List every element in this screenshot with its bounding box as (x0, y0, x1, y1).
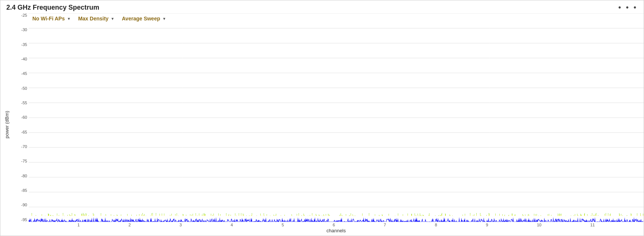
y-tick: -70 (21, 145, 27, 149)
x-tick: 2 (129, 223, 131, 227)
y-tick: -60 (21, 115, 27, 119)
y-tick: -95 (21, 218, 27, 222)
y-tick: -80 (21, 174, 27, 178)
x-tick: 5 (281, 223, 284, 227)
x-tick: 9 (486, 223, 488, 227)
y-tick: -90 (21, 203, 27, 207)
x-axis-area: 1234567891011 (15, 222, 644, 227)
average-sweep-dropdown-label: Average Sweep (122, 16, 160, 22)
chart-title: 2.4 GHz Frequency Spectrum (6, 4, 99, 12)
x-tick: 8 (435, 223, 437, 227)
y-tick: -25 (21, 13, 27, 17)
more-options-button[interactable]: • • • (618, 3, 638, 12)
x-tick: 1 (77, 223, 80, 227)
x-ticks: 1234567891011 (29, 222, 644, 227)
chart-container: 2.4 GHz Frequency Spectrum • • • power (… (0, 0, 644, 236)
spectrum-canvas (29, 13, 644, 222)
x-tick: 6 (333, 223, 335, 227)
y-tick: -30 (21, 28, 27, 32)
no-wifi-aps-dropdown-label: No Wi-Fi APs (32, 16, 65, 22)
no-wifi-aps-dropdown[interactable]: No Wi-Fi APs▼ (32, 16, 71, 22)
max-density-dropdown-label: Max Density (78, 16, 109, 22)
x-tick: 4 (231, 223, 233, 227)
y-tick: -55 (21, 101, 27, 105)
y-ticks: -25-30-35-40-45-50-55-60-65-70-75-80-85-… (15, 13, 29, 222)
max-density-dropdown-arrow-icon: ▼ (111, 17, 115, 21)
no-wifi-aps-dropdown-arrow-icon: ▼ (67, 17, 71, 21)
y-tick: -40 (21, 57, 27, 61)
y-tick: -50 (21, 86, 27, 91)
chart-area: power (dBm) -25-30-35-40-45-50-55-60-65-… (0, 13, 644, 236)
y-axis-label: power (dBm) (0, 13, 15, 236)
plot-area: No Wi-Fi APs▼Max Density▼Average Sweep▼ (29, 13, 644, 222)
y-tick: -75 (21, 159, 27, 163)
dropdown-row: No Wi-Fi APs▼Max Density▼Average Sweep▼ (32, 16, 166, 22)
x-axis-label: channels (15, 227, 644, 236)
x-tick: 3 (180, 223, 182, 227)
y-tick: -35 (21, 43, 27, 47)
y-tick: -85 (21, 189, 27, 193)
x-tick: 7 (384, 223, 386, 227)
plot-region: -25-30-35-40-45-50-55-60-65-70-75-80-85-… (15, 13, 644, 222)
chart-inner: -25-30-35-40-45-50-55-60-65-70-75-80-85-… (15, 13, 644, 236)
x-tick: 11 (590, 223, 595, 227)
y-tick: -45 (21, 72, 27, 76)
x-tick: 10 (537, 223, 541, 227)
average-sweep-dropdown-arrow-icon: ▼ (162, 17, 166, 21)
average-sweep-dropdown[interactable]: Average Sweep▼ (122, 16, 166, 22)
max-density-dropdown[interactable]: Max Density▼ (78, 16, 115, 22)
chart-header: 2.4 GHz Frequency Spectrum • • • (0, 0, 644, 13)
y-tick: -65 (21, 130, 27, 134)
